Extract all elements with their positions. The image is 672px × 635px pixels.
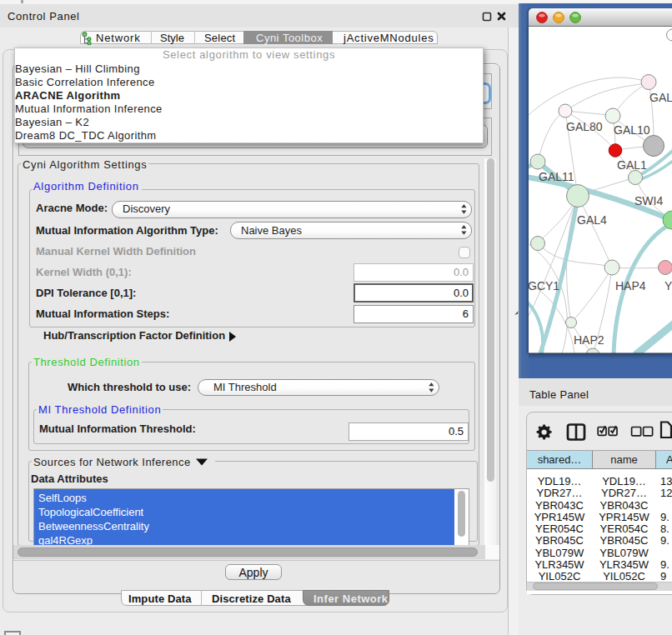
svg-text:YD: YD [664, 279, 672, 292]
svg-text:GAL1: GAL1 [617, 158, 647, 172]
svg-text:SWI4: SWI4 [634, 194, 663, 208]
svg-text:HAP2: HAP2 [574, 333, 604, 347]
svg-text:GAL10: GAL10 [614, 123, 650, 137]
svg-text:HAP4: HAP4 [615, 279, 646, 292]
svg-text:GAL4: GAL4 [577, 213, 607, 227]
svg-text:GAL7: GAL7 [649, 91, 672, 104]
svg-text:GAL11: GAL11 [539, 170, 574, 183]
svg-text:GAL80: GAL80 [566, 120, 603, 133]
svg-text:GCY1: GCY1 [529, 279, 559, 292]
